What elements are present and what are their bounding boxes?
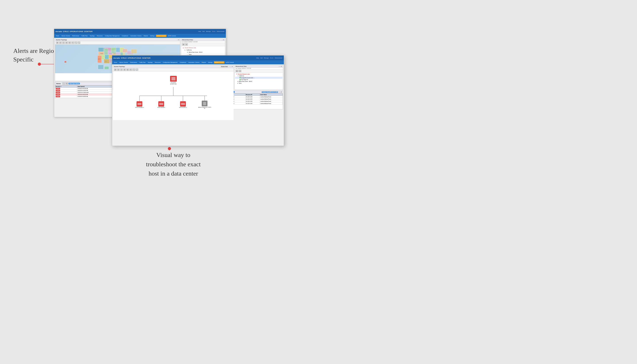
nav-home-front[interactable]: Home <box>113 61 118 64</box>
hier-btn-1-back[interactable]: ⊞ <box>182 43 185 46</box>
nav-compliance-back[interactable]: Compliance <box>121 35 129 37</box>
manage-link-back[interactable]: Manage <box>206 31 211 32</box>
toolbar-btn-3-back[interactable]: ⊙ <box>62 42 65 44</box>
nav-traffic-front[interactable]: Traffic Flow <box>138 61 146 64</box>
nav-config-back[interactable]: Configuration Management <box>104 35 120 37</box>
col-severity-back[interactable]: Severity ▼ <box>55 86 77 88</box>
topology-panel-front: System Topology Cluster View ─ □ ✕ ⊞ ⊡ ⊙… <box>113 65 234 90</box>
topo-tb-4[interactable]: ⊕ <box>123 68 126 71</box>
hier-minimize-back[interactable]: ─ <box>222 39 223 40</box>
admin-link-front[interactable]: Administrator <box>275 57 282 58</box>
nav-traffic-back[interactable]: Traffic Flow <box>80 35 88 37</box>
svg-text:WYOMING: WYOMING <box>109 53 112 54</box>
topo-tb-7[interactable]: 🔍 <box>132 68 135 71</box>
tree-sandiego-front[interactable]: San Diego DC <box>235 79 282 80</box>
nav-resources-back[interactable]: Resources <box>96 35 104 37</box>
logo-front: dorado <box>114 57 120 59</box>
ev-max[interactable]: □ <box>280 91 280 93</box>
topo-tb-8[interactable]: 🔎 <box>136 68 138 71</box>
alarm-search-back[interactable]: 🔍 <box>62 82 65 85</box>
goto-link-back[interactable]: Go to <box>212 31 216 32</box>
nav-topo-back[interactable]: Topology <box>89 35 96 37</box>
col-date-back[interactable]: Date Opened <box>77 86 116 88</box>
add-link-front[interactable]: Add <box>260 57 263 58</box>
hier-tb-1[interactable]: ⊞ <box>236 70 238 72</box>
topo-minimize-back[interactable]: ─ <box>177 39 178 40</box>
nav-resources-front[interactable]: Resources <box>154 61 162 64</box>
tree-root-front[interactable]: ▼ Dorado Netaxis Labs <box>235 73 282 75</box>
toolbar-btn-8-back[interactable]: 🔍 <box>78 42 80 44</box>
help-link-back[interactable]: Help <box>198 31 201 32</box>
nav-automation-back[interactable]: Automation / Actions <box>130 35 142 37</box>
topo-title-front: System Topology <box>114 66 125 67</box>
hier-max-front[interactable]: □ <box>280 66 281 67</box>
hier-header-back: Hierarchical View ─ ✕ <box>181 39 225 41</box>
topo-main-node[interactable]: Dorado2N 10.122.0.100 <box>170 76 177 85</box>
hier-close-back[interactable]: ✕ <box>223 39 224 40</box>
ecol-ip[interactable]: Resource IP <box>245 94 260 96</box>
nav-settings-front[interactable]: Settings <box>207 61 214 64</box>
hier-min-front[interactable]: ─ <box>279 66 280 67</box>
topo-child-3[interactable]: N7NX-fts22541-A <box>179 101 187 108</box>
nav-reports-front[interactable]: Reports <box>201 61 207 64</box>
nav-settings-back[interactable]: Settings <box>149 35 156 37</box>
nav-netaxis-front[interactable]: Netaxis Console <box>214 61 224 64</box>
toolbar-btn-2-back[interactable]: ⊡ <box>59 42 62 44</box>
nav-alarms-front[interactable]: Alarms / Events <box>118 61 129 64</box>
nav-alarms-back[interactable]: Alarms / Events <box>60 35 71 37</box>
toolbar-btn-4-back[interactable]: ⊕ <box>65 42 68 44</box>
manage-link-front[interactable]: Manage <box>264 57 269 58</box>
nav-perf-front[interactable]: Performance <box>129 61 138 64</box>
topo-maximize-front[interactable]: □ <box>230 66 231 67</box>
topo-tb-5[interactable]: ⊟ <box>126 68 129 71</box>
tree-california-front[interactable]: ▼ California <box>235 75 282 77</box>
ev-min[interactable]: ─ <box>278 91 279 93</box>
ev-close[interactable]: ✕ <box>281 91 282 93</box>
topo-child-4-db[interactable]: default-storage-pool-77265765b <box>198 100 211 109</box>
annotation-visual-line3: host in a data center <box>149 170 198 177</box>
logo-back: dorado <box>56 30 62 32</box>
topo-tb-2[interactable]: ⊡ <box>117 68 120 71</box>
toolbar-btn-6-back[interactable]: ↻ <box>72 42 74 44</box>
toolbar-btn-5-back[interactable]: ⊟ <box>68 42 71 44</box>
tree-texas-front[interactable]: ▶ Texas <box>235 82 282 84</box>
topo-child-2[interactable]: N7NX-de96DB-A <box>158 101 165 108</box>
nav-automation-front[interactable]: Automation / Actions <box>188 61 200 64</box>
help-link-front[interactable]: Help <box>256 57 259 58</box>
topo-tb-1[interactable]: ⊞ <box>114 68 116 71</box>
hier-close-front[interactable]: ✕ <box>281 66 282 67</box>
nav-netaxis-back[interactable]: Netaxis Console <box>156 35 166 37</box>
filter-btn-back[interactable]: Filter Open Alarms <box>68 83 80 84</box>
hier-btn-2-back[interactable]: ⊡ <box>185 43 188 46</box>
tree-california-back[interactable]: California <box>186 49 192 51</box>
tree-texas-back[interactable]: Texas <box>189 54 192 55</box>
topo-minimize-front[interactable]: ─ <box>229 66 230 67</box>
topo-tb-6[interactable]: ⟳ <box>130 68 132 71</box>
topo-close-back[interactable]: ✕ <box>178 39 179 40</box>
toolbar-btn-1-back[interactable]: ⊞ <box>56 42 58 44</box>
nav-compliance-front[interactable]: Compliance <box>179 61 187 64</box>
toolbar-btn-7-back[interactable]: 🔍 <box>74 42 77 44</box>
annotation-visual-line1: Visual way to <box>156 152 190 158</box>
topo-child-1[interactable]: N7NX-25Satellite-A <box>135 101 144 108</box>
alarm-refresh-back[interactable]: ↻ <box>66 82 68 85</box>
add-link-back[interactable]: Add <box>202 31 205 32</box>
nav-ecpe-front[interactable]: eCPE Console <box>225 61 235 64</box>
hier-tb-2[interactable]: ⊡ <box>239 70 241 72</box>
app-bar-right-back: Help Add Manage Go to Administrator <box>198 31 224 32</box>
admin-link-back[interactable]: Administrator <box>217 31 224 32</box>
ecol-event[interactable]: Event Name <box>260 94 283 96</box>
annotation-dot-alerts <box>38 62 41 66</box>
nav-home-back[interactable]: Home <box>55 35 60 37</box>
goto-link-front[interactable]: Go to <box>270 57 274 58</box>
tree-node1-back[interactable]: Warne Data Center - BUILD <box>189 52 202 53</box>
nav-topo-front[interactable]: Topology <box>147 61 154 64</box>
tree-maine-front[interactable]: ▶ Maine Data Center - BUILD <box>235 80 282 82</box>
topo-close-front[interactable]: ✕ <box>232 66 233 67</box>
nav-reports-back[interactable]: Reports <box>143 35 149 37</box>
tree-dorado2n-front[interactable]: Dorado2N 10.122.0.100 ⚠ <box>235 77 282 79</box>
nav-config-front[interactable]: Configuration Management <box>162 61 178 64</box>
nav-ecpe-back[interactable]: eCPE Console <box>167 35 177 37</box>
nav-perf-back[interactable]: Performance <box>71 35 80 37</box>
topo-tb-3[interactable]: ⊙ <box>120 68 123 71</box>
